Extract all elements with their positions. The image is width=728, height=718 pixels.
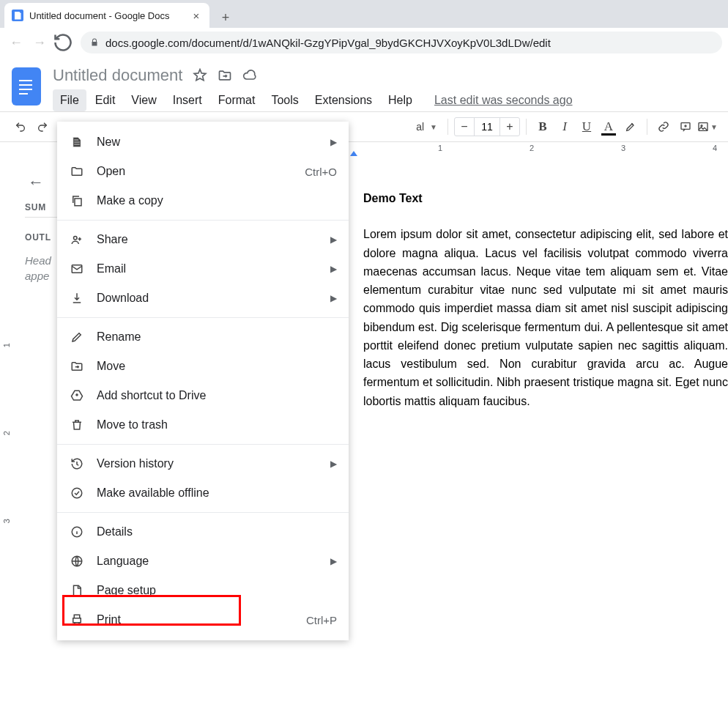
move-icon xyxy=(69,358,85,374)
bold-button[interactable]: B xyxy=(532,116,553,137)
submenu-arrow-icon: ▶ xyxy=(330,137,337,147)
menu-open[interactable]: Open Ctrl+O xyxy=(57,157,349,186)
svg-point-6 xyxy=(72,488,82,498)
menu-view[interactable]: View xyxy=(124,89,163,111)
outline-label: OUTL xyxy=(25,232,57,243)
menu-new[interactable]: New ▶ xyxy=(57,127,349,157)
menu-offline[interactable]: Make available offline xyxy=(57,478,349,508)
download-icon xyxy=(69,290,85,306)
decrease-font-button[interactable]: − xyxy=(455,117,474,136)
menu-print[interactable]: Print Ctrl+P xyxy=(57,605,349,634)
chevron-down-icon: ▼ xyxy=(710,123,718,131)
submenu-arrow-icon: ▶ xyxy=(330,264,337,274)
file-menu-dropdown: New ▶ Open Ctrl+O Make a copy Share ▶ Em… xyxy=(57,122,349,640)
outline-hint: Head appe xyxy=(25,253,57,284)
docs-favicon xyxy=(12,10,23,21)
docs-header: Untitled document File Edit View Insert … xyxy=(0,57,728,111)
undo-button[interactable] xyxy=(10,116,31,137)
add-comment-button[interactable] xyxy=(675,116,696,137)
svg-point-2 xyxy=(701,125,702,127)
collapse-outline-button[interactable]: ← xyxy=(25,171,47,193)
menu-make-copy[interactable]: Make a copy xyxy=(57,186,349,215)
menu-add-shortcut[interactable]: Add shortcut to Drive xyxy=(57,381,349,410)
menu-separator xyxy=(57,512,349,513)
separator xyxy=(647,119,647,135)
menu-rename[interactable]: Rename xyxy=(57,322,349,352)
drive-shortcut-icon xyxy=(69,388,85,404)
document-canvas[interactable]: Demo Text Lorem ipsum dolor sit amet, co… xyxy=(349,160,728,718)
menu-version-history[interactable]: Version history ▶ xyxy=(57,449,349,478)
redo-button[interactable] xyxy=(32,116,53,137)
share-icon xyxy=(69,232,85,248)
info-icon xyxy=(69,524,85,540)
menu-separator xyxy=(57,444,349,445)
page-icon xyxy=(69,582,85,599)
move-to-folder-icon[interactable] xyxy=(218,68,232,83)
separator xyxy=(526,119,527,135)
indent-marker-icon[interactable] xyxy=(350,151,357,156)
url-text: docs.google.com/document/d/1wANQkil-GzgY… xyxy=(105,37,551,49)
docs-logo[interactable] xyxy=(12,67,41,106)
font-size-value[interactable]: 11 xyxy=(474,118,500,136)
chevron-down-icon: ▼ xyxy=(430,123,437,131)
underline-button[interactable]: U xyxy=(576,116,597,137)
offline-icon xyxy=(69,485,85,501)
menu-edit[interactable]: Edit xyxy=(88,89,123,111)
url-box[interactable]: docs.google.com/document/d/1wANQkil-GzgY… xyxy=(81,32,722,53)
menu-page-setup[interactable]: Page setup xyxy=(57,576,349,605)
globe-icon xyxy=(69,553,85,569)
lock-icon xyxy=(89,37,100,48)
menu-move[interactable]: Move xyxy=(57,352,349,381)
forward-button[interactable]: → xyxy=(29,32,50,53)
history-icon xyxy=(69,456,85,472)
menu-separator xyxy=(57,220,349,221)
cloud-status-icon[interactable] xyxy=(242,68,257,83)
submenu-arrow-icon: ▶ xyxy=(330,293,337,303)
menu-share[interactable]: Share ▶ xyxy=(57,225,349,254)
insert-link-button[interactable] xyxy=(653,116,674,137)
insert-image-button[interactable]: ▼ xyxy=(697,116,718,137)
menu-help[interactable]: Help xyxy=(381,89,420,111)
doc-body[interactable]: Lorem ipsum dolor sit amet, consectetur … xyxy=(363,225,728,410)
doc-heading[interactable]: Demo Text xyxy=(363,189,728,207)
star-icon[interactable] xyxy=(193,68,207,83)
paragraph-style-dropdown[interactable]: al▼ xyxy=(412,121,442,133)
document-title[interactable]: Untitled document xyxy=(53,66,182,85)
last-edit-link[interactable]: Last edit was seconds ago xyxy=(434,89,573,111)
rename-icon xyxy=(69,329,85,345)
menu-file[interactable]: File xyxy=(53,89,86,111)
menubar: File Edit View Insert Format Tools Exten… xyxy=(53,89,573,111)
menu-format[interactable]: Format xyxy=(211,89,263,111)
submenu-arrow-icon: ▶ xyxy=(330,556,337,566)
outline-panel: ← SUM OUTL Head appe xyxy=(15,160,57,718)
folder-icon xyxy=(69,163,85,180)
text-color-button[interactable]: A xyxy=(598,116,619,137)
print-icon xyxy=(69,612,85,628)
email-icon xyxy=(69,261,85,277)
reload-button[interactable] xyxy=(53,32,73,53)
browser-tab[interactable]: Untitled document - Google Docs × xyxy=(4,3,209,28)
new-tab-button[interactable]: + xyxy=(215,7,236,28)
svg-point-4 xyxy=(74,237,78,240)
menu-insert[interactable]: Insert xyxy=(166,89,209,111)
vertical-ruler[interactable]: 1 2 3 xyxy=(0,160,15,718)
back-button[interactable]: ← xyxy=(6,32,26,53)
menu-language[interactable]: Language ▶ xyxy=(57,547,349,576)
menu-download[interactable]: Download ▶ xyxy=(57,284,349,313)
menu-email[interactable]: Email ▶ xyxy=(57,254,349,284)
svg-rect-3 xyxy=(75,199,81,206)
menu-tools[interactable]: Tools xyxy=(264,89,305,111)
increase-font-button[interactable]: + xyxy=(500,117,519,136)
browser-tab-strip: Untitled document - Google Docs × + xyxy=(0,0,728,28)
highlight-button[interactable] xyxy=(620,116,641,137)
menu-extensions[interactable]: Extensions xyxy=(308,89,379,111)
document-icon xyxy=(69,134,85,150)
trash-icon xyxy=(69,417,85,433)
font-size-control: − 11 + xyxy=(454,117,520,136)
close-tab-icon[interactable]: × xyxy=(190,10,202,21)
italic-button[interactable]: I xyxy=(554,116,575,137)
menu-details[interactable]: Details xyxy=(57,517,349,547)
tab-title: Untitled document - Google Docs xyxy=(29,10,190,21)
menu-trash[interactable]: Move to trash xyxy=(57,410,349,440)
menu-separator xyxy=(57,317,349,318)
